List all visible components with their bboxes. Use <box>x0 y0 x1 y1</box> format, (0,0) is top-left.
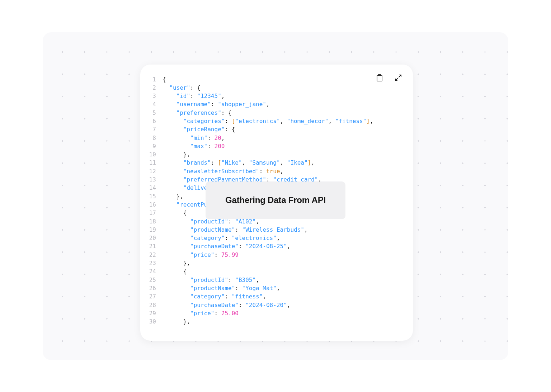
line-content: "productId": "B305", <box>163 276 402 284</box>
code-line: 26 "productName": "Yoga Mat", <box>149 284 402 292</box>
line-content: "priceRange": { <box>163 125 402 133</box>
code-line: 5 "preferences": { <box>149 109 402 117</box>
line-content: }, <box>163 317 402 326</box>
line-content: "max": 200 <box>163 142 402 150</box>
status-text: Gathering Data From API <box>225 195 326 205</box>
line-content: "brands": ["Nike", "Samsung", "Ikea"], <box>163 159 402 167</box>
line-number: 13 <box>149 175 163 184</box>
line-number: 7 <box>149 125 163 133</box>
code-toolbar <box>376 74 402 82</box>
status-overlay: Gathering Data From API <box>206 181 345 219</box>
line-number: 8 <box>149 134 163 142</box>
code-line: 20 "category": "electronics", <box>149 234 402 242</box>
line-number: 10 <box>149 150 163 159</box>
line-content: { <box>163 75 402 84</box>
line-number: 6 <box>149 117 163 125</box>
line-number: 24 <box>149 267 163 275</box>
line-number: 19 <box>149 226 163 234</box>
line-number: 16 <box>149 200 163 209</box>
line-number: 3 <box>149 92 163 100</box>
code-line: 22 "price": 75.99 <box>149 251 402 259</box>
line-number: 9 <box>149 142 163 150</box>
line-number: 23 <box>149 259 163 267</box>
code-line: 4 "username": "shopper_jane", <box>149 100 402 108</box>
line-number: 5 <box>149 109 163 117</box>
code-line: 3 "id": "12345", <box>149 92 402 100</box>
line-number: 22 <box>149 251 163 259</box>
line-number: 1 <box>149 75 163 84</box>
line-number: 4 <box>149 100 163 108</box>
code-line: 29 "price": 25.00 <box>149 309 402 317</box>
line-content: "min": 20, <box>163 134 402 142</box>
line-number: 11 <box>149 159 163 167</box>
clipboard-icon <box>376 74 383 81</box>
code-line: 21 "purchaseDate": "2024-08-25", <box>149 242 402 250</box>
code-line: 28 "purchaseDate": "2024-08-20", <box>149 301 402 309</box>
expand-button[interactable] <box>394 74 402 82</box>
line-content: "purchaseDate": "2024-08-20", <box>163 301 402 309</box>
line-content: "category": "electronics", <box>163 234 402 242</box>
line-number: 27 <box>149 292 163 301</box>
code-line: 12 "newsletterSubscribed": true, <box>149 167 402 175</box>
line-content: "newsletterSubscribed": true, <box>163 167 402 175</box>
svg-rect-0 <box>377 75 382 81</box>
line-number: 25 <box>149 276 163 284</box>
line-number: 28 <box>149 301 163 309</box>
code-line: 6 "categories": ["electronics", "home_de… <box>149 117 402 125</box>
code-line: 30 }, <box>149 317 402 326</box>
code-line: 1{ <box>149 75 402 84</box>
line-content: "purchaseDate": "2024-08-25", <box>163 242 402 250</box>
line-number: 15 <box>149 192 163 200</box>
code-line: 10 }, <box>149 150 402 159</box>
dotted-frame: 1{2 "user": {3 "id": "12345",4 "username… <box>43 32 508 360</box>
line-content: { <box>163 267 402 275</box>
code-line: 19 "productName": "Wireless Earbuds", <box>149 226 402 234</box>
copy-button[interactable] <box>376 74 383 82</box>
line-content: "productName": "Yoga Mat", <box>163 284 402 292</box>
code-line: 8 "min": 20, <box>149 134 402 142</box>
line-content: "categories": ["electronics", "home_deco… <box>163 117 402 125</box>
line-content: "preferences": { <box>163 109 402 117</box>
code-line: 11 "brands": ["Nike", "Samsung", "Ikea"]… <box>149 159 402 167</box>
expand-icon <box>395 75 401 81</box>
line-number: 17 <box>149 209 163 217</box>
line-number: 2 <box>149 84 163 92</box>
line-content: "price": 75.99 <box>163 251 402 259</box>
line-number: 20 <box>149 234 163 242</box>
line-number: 12 <box>149 167 163 175</box>
line-number: 14 <box>149 184 163 192</box>
line-content: "user": { <box>163 84 402 92</box>
code-line: 2 "user": { <box>149 84 402 92</box>
line-content: }, <box>163 150 402 159</box>
code-line: 9 "max": 200 <box>149 142 402 150</box>
line-content: "productName": "Wireless Earbuds", <box>163 226 402 234</box>
line-number: 18 <box>149 217 163 226</box>
line-content: "username": "shopper_jane", <box>163 100 402 108</box>
line-content: "id": "12345", <box>163 92 402 100</box>
line-number: 26 <box>149 284 163 292</box>
code-line: 23 }, <box>149 259 402 267</box>
line-content: }, <box>163 259 402 267</box>
line-number: 30 <box>149 317 163 326</box>
code-line: 7 "priceRange": { <box>149 125 402 133</box>
line-number: 21 <box>149 242 163 250</box>
code-line: 27 "category": "fitness", <box>149 292 402 301</box>
line-content: "price": 25.00 <box>163 309 402 317</box>
line-content: "category": "fitness", <box>163 292 402 301</box>
code-line: 24 { <box>149 267 402 275</box>
code-line: 25 "productId": "B305", <box>149 276 402 284</box>
line-number: 29 <box>149 309 163 317</box>
